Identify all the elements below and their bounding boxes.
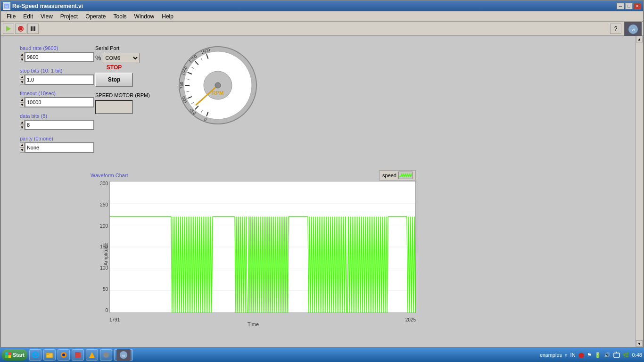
timeout-label: timeout (10sec) bbox=[20, 90, 63, 96]
parity-down[interactable]: ▼ bbox=[20, 148, 25, 153]
data-bits-down[interactable]: ▼ bbox=[20, 125, 25, 130]
baud-rate-field[interactable]: 9600 bbox=[25, 52, 94, 62]
stop-label: STOP bbox=[95, 64, 133, 71]
taskbar-right: examples » IN ⬤ ⚑ 🔋 🔊 🌿 0:48 bbox=[540, 351, 642, 359]
baud-rate-spinners[interactable]: ▲ ▼ bbox=[20, 52, 25, 62]
start-button[interactable]: Start bbox=[2, 349, 27, 361]
y-tick-200: 200 bbox=[100, 223, 108, 229]
taskbar-item-misc3[interactable] bbox=[100, 349, 112, 361]
menu-view[interactable]: View bbox=[37, 12, 57, 21]
stop-bits-group: stop bits (10: 1 bit) ▲ ▼ 1.0 bbox=[20, 68, 63, 85]
close-button[interactable]: ✕ bbox=[634, 3, 641, 9]
vi-icon-panel: vi bbox=[624, 22, 641, 36]
right-scrollbar[interactable]: ▲ ▼ bbox=[636, 36, 643, 347]
data-bits-spinners[interactable]: ▲ ▼ bbox=[20, 120, 25, 130]
port-prefix-icon: % bbox=[95, 54, 101, 62]
parity-label: parity (0:none) bbox=[20, 136, 63, 141]
scroll-up[interactable]: ▲ bbox=[636, 36, 643, 42]
data-bits-up[interactable]: ▲ bbox=[20, 120, 25, 125]
y-axis-label: Amplitude bbox=[103, 243, 108, 266]
pause-button[interactable] bbox=[27, 24, 39, 34]
y-tick-250: 250 bbox=[100, 202, 108, 207]
port-select[interactable]: COM6 COM1 COM2 COM3 COM4 COM5 COM7 COM8 bbox=[102, 53, 140, 63]
stop-bits-up[interactable]: ▲ bbox=[20, 74, 25, 80]
minimize-button[interactable]: ─ bbox=[617, 3, 624, 9]
rpm-gauge: 0 250 500 750 1000 bbox=[175, 43, 260, 128]
svg-point-59 bbox=[103, 352, 109, 358]
data-bits-field[interactable]: 8 bbox=[25, 120, 94, 130]
window-title: Re-Speed measurement.vi bbox=[12, 3, 83, 9]
run-button[interactable] bbox=[3, 24, 14, 34]
timeout-input-wrapper: ▲ ▼ 10000 bbox=[20, 97, 62, 107]
parity-group: parity (0:none) ▲ ▼ None bbox=[20, 136, 63, 153]
taskbar-item-misc2[interactable] bbox=[86, 349, 98, 361]
svg-rect-57 bbox=[75, 352, 81, 358]
battery-icon: 🔋 bbox=[594, 352, 601, 358]
stop-bits-field[interactable]: 1.0 bbox=[25, 74, 94, 85]
menu-file[interactable]: File bbox=[3, 12, 19, 21]
parity-field[interactable]: None bbox=[25, 142, 94, 153]
svg-point-35 bbox=[215, 82, 221, 88]
baud-rate-down[interactable]: ▼ bbox=[20, 57, 25, 62]
taskbar-examples: examples bbox=[540, 352, 562, 358]
menu-bar: File Edit View Project Operate Tools Win… bbox=[1, 11, 643, 22]
menu-project[interactable]: Project bbox=[57, 12, 82, 21]
menu-edit[interactable]: Edit bbox=[19, 12, 37, 21]
svg-rect-46 bbox=[5, 352, 8, 355]
stop-bits-spinners[interactable]: ▲ ▼ bbox=[20, 74, 25, 85]
speed-motor-display bbox=[95, 100, 133, 114]
green-indicator: 🌿 bbox=[623, 352, 629, 358]
title-controls: ─ □ ✕ bbox=[617, 3, 641, 9]
timeout-up[interactable]: ▲ bbox=[20, 97, 25, 102]
taskbar-item-ie[interactable] bbox=[29, 349, 41, 361]
timeout-field[interactable]: 10000 bbox=[25, 97, 94, 107]
chart-plot-area bbox=[109, 181, 416, 313]
parity-spinners[interactable]: ▲ ▼ bbox=[20, 142, 25, 153]
stop-button[interactable]: Stop bbox=[95, 73, 133, 87]
taskbar-arrow-icon[interactable]: » bbox=[565, 353, 568, 358]
svg-marker-58 bbox=[89, 352, 95, 358]
menu-help[interactable]: Help bbox=[158, 12, 177, 21]
maximize-button[interactable]: □ bbox=[625, 3, 633, 9]
timeout-group: timeout (10sec) ▲ ▼ 10000 bbox=[20, 90, 63, 107]
stop-bits-input-wrapper: ▲ ▼ 1.0 bbox=[20, 74, 62, 85]
taskbar-item-folder[interactable] bbox=[43, 349, 56, 361]
controls-section: baud rate (9600) ▲ ▼ 9600 stop bits (10:… bbox=[20, 45, 63, 158]
taskbar-item-ni[interactable]: vi bbox=[114, 349, 133, 361]
data-bits-label: data bits (8) bbox=[20, 113, 63, 119]
menu-window[interactable]: Window bbox=[131, 12, 158, 21]
timeout-spinners[interactable]: ▲ ▼ bbox=[20, 97, 25, 107]
taskbar-item-firefox[interactable] bbox=[58, 349, 70, 361]
chart-legend: speed bbox=[379, 170, 416, 181]
timeout-down[interactable]: ▼ bbox=[20, 102, 25, 107]
network-icon bbox=[613, 351, 620, 359]
svg-text:vi: vi bbox=[122, 354, 125, 358]
baud-rate-up[interactable]: ▲ bbox=[20, 52, 25, 57]
svg-rect-63 bbox=[614, 353, 619, 357]
speed-motor-section: SPEED MOTOR (RPM) bbox=[95, 92, 150, 114]
legend-label: speed bbox=[382, 173, 396, 178]
stop-bits-label: stop bits (10: 1 bit) bbox=[20, 68, 63, 74]
x-axis-label: Time bbox=[248, 321, 259, 327]
svg-text:750: 750 bbox=[179, 82, 184, 89]
volume-icon[interactable]: 🔊 bbox=[604, 352, 611, 358]
scroll-down[interactable]: ▼ bbox=[636, 340, 643, 347]
stop-bits-down[interactable]: ▼ bbox=[20, 80, 25, 85]
parity-up[interactable]: ▲ bbox=[20, 142, 25, 148]
panel: baud rate (9600) ▲ ▼ 9600 stop bits (10:… bbox=[1, 36, 636, 347]
help-button[interactable]: ? bbox=[610, 24, 621, 34]
flag-icon: ⚑ bbox=[587, 352, 592, 358]
svg-text:vi: vi bbox=[5, 4, 8, 8]
title-bar: vi Re-Speed measurement.vi ─ □ ✕ bbox=[1, 1, 643, 11]
menu-tools[interactable]: Tools bbox=[110, 12, 131, 21]
taskbar-item-misc1[interactable] bbox=[72, 349, 84, 361]
title-bar-left: vi Re-Speed measurement.vi bbox=[3, 2, 83, 10]
taskbar: Start vi examples » IN ⬤ ⚑ 🔋 🔊 🌿 bbox=[0, 348, 644, 362]
menu-operate[interactable]: Operate bbox=[82, 12, 109, 21]
window-frame: vi Re-Speed measurement.vi ─ □ ✕ File Ed… bbox=[0, 0, 644, 348]
chart-title: Waveform Chart bbox=[91, 173, 128, 178]
stop-circle-button[interactable] bbox=[15, 24, 26, 34]
svg-rect-47 bbox=[8, 352, 11, 355]
svg-text:RPM: RPM bbox=[212, 90, 223, 96]
svg-text:vi: vi bbox=[632, 27, 635, 32]
